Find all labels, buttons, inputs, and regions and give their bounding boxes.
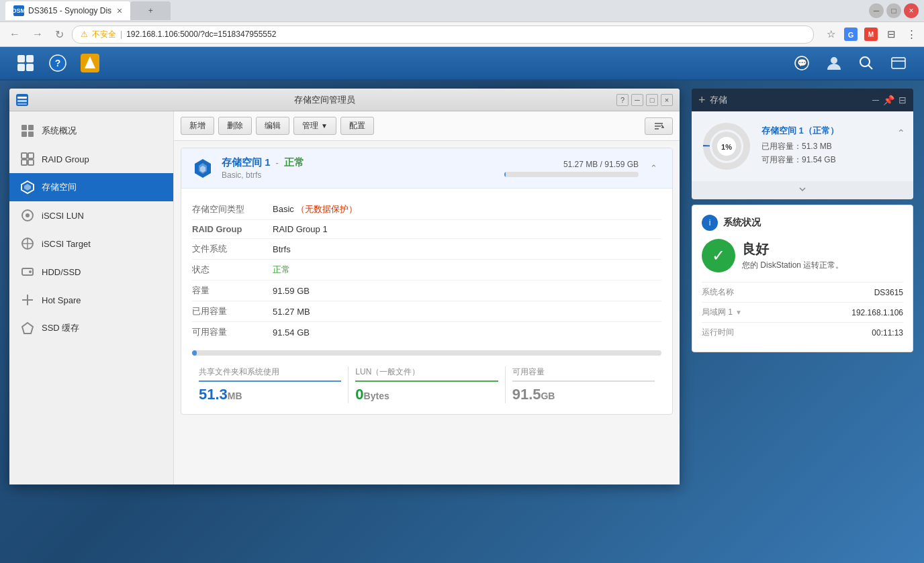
minimize-button[interactable]: ─ [869,3,884,18]
browser-toolbar: ← → ↻ ⚠ 不安全 | 192.168.1.106:5000/?dc=151… [0,21,924,47]
delete-button[interactable]: 删除 [218,117,252,135]
widget-pin-icon[interactable]: 📌 [883,95,894,105]
taskbar-icon-help[interactable]: ? [43,48,73,78]
window-controls: ─ □ × [869,3,919,18]
close-button[interactable]: × [904,3,919,18]
usage-col-lun: LUN（一般文件） 0Bytes [349,366,505,403]
manage-button[interactable]: 管理 ▼ [293,117,336,135]
chat-icon[interactable]: 💬 [787,48,817,78]
sidebar-item-storage[interactable]: 存储空间 [9,173,173,201]
widget-add-icon[interactable]: + [698,93,706,107]
detail-row-raid: RAID Group RAID Group 1 [192,220,661,239]
translate-icon[interactable]: G [843,27,858,42]
usage-fill-large [192,350,197,356]
edit-button[interactable]: 编辑 [256,117,289,135]
hdd-icon [20,264,35,279]
available-value: 91.54 GB [273,327,310,338]
sysinfo-row-network[interactable]: 局域网 1 ▼ 192.168.1.106 [702,302,903,322]
maximize-button[interactable]: □ [886,3,901,18]
widget-header: + 存储 ─ 📌 ⊟ [692,89,913,111]
widget-scroll-down[interactable] [692,181,913,199]
star-icon[interactable]: ☆ [823,27,838,42]
restore-window-button[interactable]: □ [646,94,658,106]
search-icon[interactable] [851,48,881,78]
capacity-value: 91.59 GB [273,286,310,296]
good-label: 良好 [742,240,843,258]
donut-chart: 1% [700,119,753,173]
sidebar-item-hot-spare[interactable]: Hot Spare [9,286,173,314]
taskbar-icon-grid[interactable] [11,48,40,78]
storage-available-stat: 可用容量：91.54 GB [761,154,905,166]
widget-collapse-btn[interactable]: ⌃ [897,127,905,138]
volume-title-row: 存储空间 1 - 正常 [222,156,304,169]
svg-text:1%: 1% [721,143,732,151]
sidebar-item-hdd-ssd[interactable]: HDD/SSD [9,258,173,286]
usage-col-shared: 共享文件夹和系统使用 51.3MB [192,366,349,403]
type-note: （无数据保护） [296,204,357,214]
svg-rect-4 [17,55,25,62]
col3-unit: GB [541,391,555,401]
forward-button[interactable]: → [28,27,47,42]
svg-rect-24 [28,125,34,130]
configure-button[interactable]: 配置 [340,117,374,135]
volume-subtitle: Basic, btrfs [222,170,304,180]
sidebar-item-overview[interactable]: 系统概况 [9,117,173,145]
usage-bar-container [504,172,639,177]
back-button[interactable]: ← [5,27,24,42]
user-icon[interactable] [819,48,849,78]
tab-icon: DSM [13,5,24,16]
taskbar-icon-app[interactable] [75,48,105,78]
widget-minimize-icon[interactable]: ─ [872,95,879,105]
active-tab[interactable]: DSM DS3615 - Synology Dis × [5,1,130,20]
menu-icon[interactable]: ⋮ [904,27,919,42]
info-icon[interactable] [884,48,913,78]
col1-label: 共享文件夹和系统使用 [199,366,341,382]
overview-icon [20,123,35,138]
usage-bar-large [192,350,661,356]
sort-button[interactable] [645,117,673,135]
detail-row-used: 已用容量 51.27 MB [192,301,661,322]
sidebar-item-iscsi-lun[interactable]: iSCSI LUN [9,201,173,229]
security-icon: ⚠ [81,30,88,39]
refresh-button[interactable]: ↻ [51,27,68,42]
new-tab[interactable]: + [130,1,171,20]
sidebar-item-raid[interactable]: RAID Group [9,145,173,173]
sidebar-item-iscsi-target[interactable]: iSCSI Target [9,229,173,258]
volume-usage-info: 51.27 MB / 91.59 GB [504,160,639,177]
sysinfo-title: 系统状况 [723,217,761,229]
col3-label: 可用容量 [512,366,655,382]
fs-label: 文件系统 [192,243,273,255]
gmail-icon[interactable]: M [864,27,878,42]
volume-title: 存储空间 1 [222,156,271,169]
synology-topbar: ? 💬 [0,47,924,81]
volume-card: 存储空间 1 - 正常 Basic, btrfs 51.27 MB / 91.5… [181,148,673,415]
address-bar[interactable]: ⚠ 不安全 | 192.168.1.106:5000/?dc=151834795… [72,25,814,44]
svg-rect-30 [28,160,34,165]
sidebar-item-ssd-cache[interactable]: SSD 缓存 [9,314,173,342]
topbar-right: 💬 [787,48,913,78]
widget-expand-icon[interactable]: ⊟ [898,95,907,105]
storage-item: 1% 存储空间 1（正常） ⌃ 已用容量：51.3 MB [700,119,905,173]
ssd-cache-icon [20,321,35,336]
sys-name-label: 系统名称 [702,287,755,298]
volume-collapse-button[interactable]: ⌃ [645,160,661,176]
hot-spare-label: Hot Spare [42,295,81,305]
svg-rect-20 [17,97,27,99]
net-label: 局域网 1 [702,307,733,318]
help-window-button[interactable]: ? [616,94,629,106]
bookmarks-icon[interactable]: ⊟ [884,27,898,42]
used-label: 已用容量 [192,305,273,317]
iscsi-lun-label: iSCSI LUN [42,211,84,221]
minimize-window-button[interactable]: ─ [631,94,643,106]
add-button[interactable]: 新增 [181,117,214,135]
col3-value: 91.5GB [512,386,655,403]
volume-header: 存储空间 1 - 正常 Basic, btrfs 51.27 MB / 91.5… [181,148,672,189]
raid-group-value: RAID Group 1 [273,224,328,234]
detail-row-available: 可用容量 91.54 GB [192,322,661,342]
close-window-button[interactable]: × [661,94,673,106]
iscsi-target-label: iSCSI Target [42,239,91,249]
svg-rect-5 [26,55,34,62]
tab-close-icon[interactable]: × [117,5,122,16]
tab-title: DS3615 - Synology Dis [28,6,111,15]
window-body: 系统概况 RAID Group 存储空间 [9,111,680,484]
